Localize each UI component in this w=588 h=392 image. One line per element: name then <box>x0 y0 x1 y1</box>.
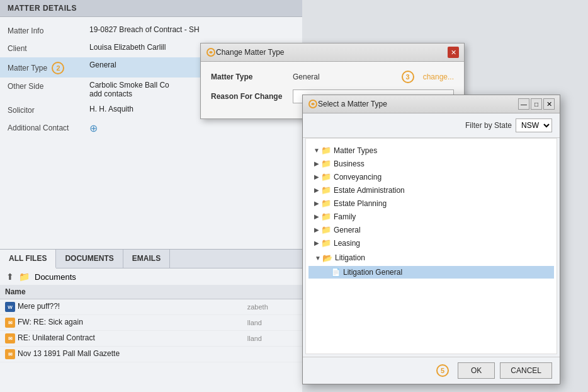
tree-root-label: Matter Types <box>334 146 377 155</box>
tree-item-label: Litigation General <box>343 268 402 277</box>
tab-documents[interactable]: DOCUMENTS <box>56 250 123 268</box>
tree-item-label: General <box>334 226 361 234</box>
tree-item-label: Family <box>334 212 356 221</box>
cancel-button[interactable]: CANCEL <box>500 362 552 379</box>
dialog-matter-type-label: Matter Type <box>211 72 293 81</box>
tree-item-label: Estate Planning <box>334 199 387 208</box>
tree-item[interactable]: ▶📁Family <box>308 210 554 223</box>
matter-info-label: Matter Info <box>8 25 89 35</box>
tab-all-files[interactable]: ALL FILES <box>0 250 56 268</box>
file-extra-cell: zabeth <box>242 299 302 315</box>
table-row[interactable]: ✉RE: Unilateral Contractlland <box>0 331 302 347</box>
file-name-label: FW: RE: Sick again <box>18 318 83 326</box>
file-name-label: Mere puff??! <box>18 302 60 311</box>
dialog-change-title: Change Matter Type <box>216 48 448 57</box>
file-name-cell: ✉Nov 13 1891 Pall Mall Gazette <box>0 347 242 362</box>
tree-expand-icon: ▶ <box>312 239 321 248</box>
tree-item[interactable]: ▶📁Leasing <box>308 236 554 250</box>
upload-icon[interactable]: ⬆ <box>6 272 14 282</box>
dialog-select-matter: Select a Matter Type — □ ✕ Filter by Sta… <box>302 95 560 384</box>
app-logo-icon <box>206 47 216 57</box>
file-extra-cell: lland <box>242 331 302 347</box>
tree-expand-icon: ▼ <box>314 253 322 262</box>
dialog-select-titlebar: Select a Matter Type — □ ✕ <box>303 95 560 113</box>
email-file-icon: ✉ <box>5 333 15 343</box>
files-panel: ALL FILES DOCUMENTS EMAILS ⬆ 📁 Documents… <box>0 249 302 392</box>
app-logo-icon-2 <box>308 99 318 109</box>
table-row[interactable]: WMere puff??!zabeth <box>0 299 302 315</box>
tree-root[interactable]: ▼ 📁 Matter Types <box>308 144 554 157</box>
tree-item-label: Conveyancing <box>334 173 382 182</box>
tree-expand-icon: ▶ <box>312 186 321 195</box>
tree-expand-icon: ▶ <box>312 199 321 208</box>
matter-type-label: Matter Type 2 <box>8 61 89 74</box>
tree-container: ▼ 📁 Matter Types ▶📁Business▶📁Conveyancin… <box>305 138 557 354</box>
dialog-select-close-btn[interactable]: ✕ <box>543 98 555 110</box>
tree-expand-icon: ▶ <box>312 212 321 221</box>
file-type-icon: 📄 <box>331 268 341 277</box>
file-table: Name WMere puff??!zabeth✉FW: RE: Sick ag… <box>0 285 302 362</box>
other-side-label: Other Side <box>8 81 89 91</box>
tree-item[interactable]: ▶📁General <box>308 223 554 236</box>
filter-by-state-label: Filter by State <box>465 121 512 130</box>
tree-item[interactable]: 📄Litigation General <box>308 266 554 279</box>
folder-icon: 📁 <box>321 199 331 208</box>
table-row[interactable]: ✉Nov 13 1891 Pall Mall Gazette <box>0 347 302 362</box>
file-name-label: RE: Unilateral Contract <box>18 333 95 342</box>
file-name-label: Nov 13 1891 Pall Mall Gazette <box>18 349 120 358</box>
tab-emails[interactable]: EMAILS <box>123 250 170 268</box>
badge-2: 2 <box>52 62 64 74</box>
table-row[interactable]: ✉FW: RE: Sick againlland <box>0 315 302 331</box>
matter-details-title: MATTER DETAILS <box>8 4 77 13</box>
matter-info-row: Matter Info 19-0827 Breach of Contract -… <box>0 22 302 40</box>
dialog-reason-label: Reason For Change <box>211 92 293 101</box>
folder-icon: 📁 <box>321 238 331 248</box>
dialog-select-footer: 5 OK CANCEL <box>303 357 560 384</box>
tree-item[interactable]: ▶📁Estate Administration <box>308 183 554 197</box>
solicitor-label: Solicitor <box>8 105 89 115</box>
folder-icon: 📁 <box>321 212 331 221</box>
dialog-matter-type-row: Matter Type General 3 change... <box>211 71 454 83</box>
tree-root-expand-icon: ▼ <box>312 146 321 155</box>
badge-3: 3 <box>402 71 414 83</box>
dialog-change-titlebar: Change Matter Type ✕ <box>201 43 464 62</box>
tree-item[interactable]: ▶📁Business <box>308 157 554 170</box>
folder-name: Documents <box>35 272 76 282</box>
matter-info-value: 19-0827 Breach of Contract - SH <box>89 25 295 34</box>
dialog-select-maximize-btn[interactable]: □ <box>531 98 542 110</box>
tree-expand-icon: ▶ <box>312 159 321 168</box>
tree-item-label: Leasing <box>334 239 360 248</box>
tree-item[interactable]: ▶📁Conveyancing <box>308 170 554 183</box>
dialog-change-close-btn[interactable]: ✕ <box>448 47 459 58</box>
tree-expand-icon: ▶ <box>312 173 321 182</box>
additional-contact-add-btn[interactable]: ⊕ <box>89 122 295 134</box>
dialog-change-link[interactable]: change... <box>423 72 454 81</box>
ok-button[interactable]: OK <box>458 362 495 379</box>
tree-item-label: Business <box>334 159 365 168</box>
matter-details-header: MATTER DETAILS <box>0 0 302 17</box>
filter-state-select[interactable]: NSW <box>516 118 552 132</box>
tree-expand-icon: ▶ <box>312 226 321 234</box>
files-toolbar: ⬆ 📁 Documents <box>0 268 302 285</box>
folder-icon: 📁 <box>321 159 331 168</box>
tree-item[interactable]: 4▼📂Litigation <box>308 250 554 266</box>
file-name-cell: ✉FW: RE: Sick again <box>0 315 242 331</box>
client-label: Client <box>8 43 89 53</box>
folder-icon: 📁 <box>321 172 331 182</box>
files-tabs: ALL FILES DOCUMENTS EMAILS <box>0 250 302 268</box>
folder-icon: 📂 <box>322 253 332 263</box>
dialog-matter-type-value: General <box>293 72 389 81</box>
tree-item-label: Estate Administration <box>334 186 405 195</box>
file-table-header-extra <box>242 285 302 299</box>
file-extra-cell: lland <box>242 315 302 331</box>
folder-icon: 📁 <box>19 272 30 282</box>
file-table-header-name: Name <box>0 285 242 299</box>
dialog-select-title: Select a Matter Type <box>318 100 517 108</box>
additional-contact-label: Additional Contact <box>8 122 89 132</box>
additional-contact-row: Additional Contact ⊕ <box>0 119 302 137</box>
file-name-cell: WMere puff??! <box>0 299 242 315</box>
dialog-select-minimize-btn[interactable]: — <box>518 98 529 110</box>
folder-icon: 📁 <box>321 225 331 234</box>
tree-root-folder-icon: 📁 <box>321 146 331 155</box>
tree-item[interactable]: ▶📁Estate Planning <box>308 197 554 210</box>
